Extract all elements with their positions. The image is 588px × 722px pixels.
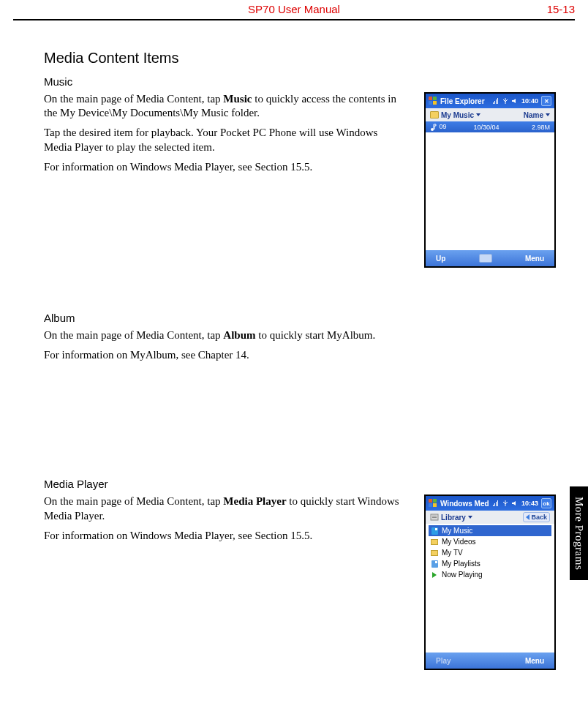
ok-button[interactable]: ok: [541, 498, 551, 508]
svg-rect-10: [432, 516, 437, 516]
album-p1b: Album: [223, 329, 255, 341]
wm-title: Windows Medi: [440, 500, 489, 508]
mp-p1a: On the main page of Media Content, tap: [44, 495, 223, 507]
screenshot-file-explorer: File Explorer 10:40 ✕ My Music Name: [424, 92, 556, 268]
wm-titlebar: Windows Medi 10:43 ok: [426, 496, 554, 511]
chevron-down-icon: [468, 516, 472, 519]
playlist-icon: [430, 560, 439, 568]
back-button[interactable]: Back: [523, 512, 550, 522]
fe-title: File Explorer: [440, 97, 489, 105]
wm-body: My Music My Videos My TV My Playlists No…: [426, 524, 554, 653]
softkey-menu[interactable]: Menu: [525, 255, 544, 263]
music-p2: Tap the desired item for playback. Your …: [44, 126, 402, 154]
library-item-now-playing[interactable]: Now Playing: [429, 569, 551, 580]
music-file-icon: [430, 124, 437, 131]
fe-softbar: Up Menu: [426, 250, 554, 266]
wm-subbar: Library Back: [426, 511, 554, 524]
lib-label: My Music: [442, 527, 472, 535]
file-row[interactable]: 09 10/30/04 2.98M: [426, 121, 554, 132]
svg-rect-6: [433, 499, 437, 503]
windows-flag-icon: [429, 499, 437, 508]
chevron-down-icon: [546, 113, 550, 116]
mediaplayer-text: On the main page of Media Content, tap M…: [44, 495, 402, 549]
album-heading: Album: [44, 312, 512, 324]
fe-body: [426, 132, 554, 250]
folder-icon: [430, 549, 439, 557]
back-arrow-icon: [526, 514, 529, 520]
svg-rect-7: [429, 503, 432, 507]
back-label: Back: [531, 514, 547, 521]
file-date: 10/30/04: [452, 124, 521, 131]
windows-flag-icon: [429, 97, 437, 105]
library-item-my-videos[interactable]: My Videos: [429, 536, 551, 547]
lib-label: My Playlists: [442, 560, 480, 568]
sort-dropdown[interactable]: Name: [524, 111, 550, 119]
lib-label: My TV: [442, 549, 463, 557]
library-item-my-playlists[interactable]: My Playlists: [429, 558, 551, 569]
speaker-icon: [511, 97, 519, 105]
album-text: On the main page of Media Content, tap A…: [44, 328, 402, 368]
softkey-play[interactable]: Play: [436, 657, 451, 665]
fe-subbar: My Music Name: [426, 108, 554, 121]
library-label: Library: [441, 514, 466, 522]
svg-rect-5: [429, 499, 432, 503]
section-title: Media Content Items: [44, 50, 512, 67]
mp-p1b: Media Player: [223, 495, 286, 507]
folder-label: My Music: [441, 111, 474, 119]
status-icons: [492, 97, 519, 105]
music-heading: Music: [44, 75, 512, 88]
softkey-menu[interactable]: Menu: [525, 657, 544, 665]
speaker-icon: [511, 500, 519, 507]
signal-icon: [492, 500, 500, 507]
svg-rect-11: [432, 517, 437, 518]
doc-header-page: 15-13: [547, 3, 575, 15]
sort-label: Name: [524, 111, 543, 119]
svg-point-4: [431, 128, 434, 131]
album-p1a: On the main page of Media Content, tap: [44, 329, 223, 341]
close-button[interactable]: ✕: [541, 96, 551, 106]
folder-icon: [430, 538, 439, 546]
doc-header-title: SP70 User Manual: [13, 3, 575, 15]
chevron-down-icon: [476, 113, 480, 116]
svg-rect-1: [433, 97, 437, 100]
file-name: 09: [430, 123, 452, 131]
side-tab-more-programs: More Programs: [570, 486, 588, 580]
svg-rect-8: [433, 503, 437, 507]
folder-dropdown[interactable]: My Music: [430, 111, 480, 119]
wm-clock: 10:43: [521, 500, 538, 507]
svg-rect-0: [429, 97, 432, 100]
lib-label: My Videos: [442, 538, 476, 546]
mp-p2: For information on Windows Media Player,…: [44, 529, 402, 543]
library-item-my-tv[interactable]: My TV: [429, 547, 551, 558]
library-item-my-music[interactable]: My Music: [429, 525, 551, 536]
signal-icon: [492, 97, 500, 105]
music-icon: [430, 527, 439, 535]
softkey-up[interactable]: Up: [436, 255, 445, 263]
antenna-icon: [502, 500, 509, 507]
fe-titlebar: File Explorer 10:40 ✕: [426, 94, 554, 108]
file-name-text: 09: [440, 123, 447, 130]
status-icons: [492, 500, 519, 507]
file-size: 2.98M: [521, 124, 550, 131]
album-p2: For information on MyAlbum, see Chapter …: [44, 348, 402, 362]
music-text: On the main page of Media Content, tap M…: [44, 92, 402, 180]
folder-icon: [430, 111, 439, 119]
album-p1c: to quickly start MyAlbum.: [256, 329, 376, 341]
antenna-icon: [502, 97, 509, 105]
play-icon: [430, 571, 439, 579]
library-icon: [430, 513, 439, 522]
wm-softbar: Play Menu: [426, 653, 554, 669]
mediaplayer-heading: Media Player: [44, 478, 512, 490]
music-p1a: On the main page of Media Content, tap: [44, 93, 223, 105]
svg-rect-2: [429, 101, 432, 105]
lib-label: Now Playing: [442, 571, 483, 579]
screenshot-windows-media: Windows Medi 10:43 ok Library Back: [424, 495, 556, 670]
library-dropdown[interactable]: Library: [430, 513, 472, 522]
svg-rect-3: [433, 101, 437, 105]
music-p1b: Music: [223, 93, 252, 105]
music-p3: For information on Windows Media Player,…: [44, 160, 402, 174]
keyboard-icon[interactable]: [479, 254, 492, 263]
fe-clock: 10:40: [521, 97, 538, 105]
